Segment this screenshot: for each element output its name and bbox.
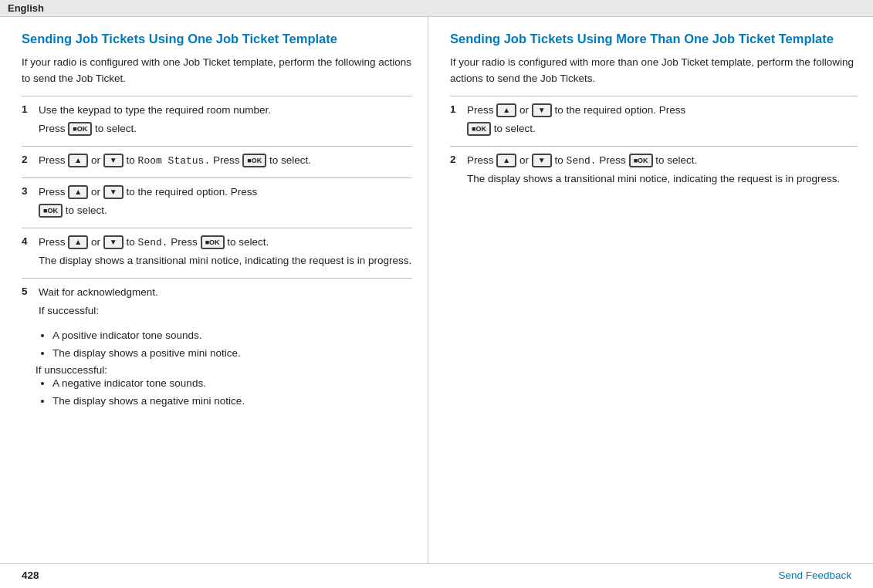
- step-3-or: or: [91, 186, 103, 198]
- step-5-block: 5 Wait for acknowledgment. If successful…: [22, 278, 412, 328]
- step-2-num: 2: [22, 153, 39, 171]
- down-button-icon-rs1: ▼: [532, 103, 552, 117]
- up-button-icon-s3: ▲: [68, 185, 88, 199]
- ok-button-icon-s4: ■OK: [201, 235, 225, 249]
- rs1-to-select: to select.: [494, 123, 536, 134]
- right-step-2-block: 2 Press ▲ or ▼ to Send. Press ■OK to sel…: [450, 146, 858, 196]
- step-2-to: to: [127, 154, 138, 166]
- step-3-line2: ■OK to select.: [39, 203, 412, 219]
- step-4-to-select: to select.: [227, 236, 269, 248]
- right-step-1-num: 1: [450, 103, 467, 140]
- left-column: Sending Job Tickets Using One Job Ticket…: [0, 17, 428, 563]
- unsuccessful-bullets: A negative indicator tone sounds. The di…: [52, 376, 412, 410]
- step-3-to-select: to select.: [66, 204, 107, 216]
- send-feedback-link[interactable]: Send Feedback: [778, 569, 851, 581]
- right-column: Sending Job Tickets Using More Than One …: [428, 17, 873, 563]
- language-label: English: [8, 2, 44, 14]
- bullet-positive-display: The display shows a positive mini notice…: [52, 346, 412, 361]
- unsuccessful-label: If unsuccessful:: [36, 364, 412, 376]
- ok-button-icon-s2: ■OK: [242, 154, 266, 167]
- step-2-line1: Press ▲ or ▼ to Room Status. Press ■OK t…: [39, 153, 412, 169]
- step-1-to-select: to select.: [95, 123, 137, 134]
- right-section-title: Sending Job Tickets Using More Than One …: [450, 31, 858, 47]
- step-5-body: Wait for acknowledgment. If successful:: [39, 285, 412, 322]
- down-button-icon-rs2: ▼: [532, 154, 552, 167]
- right-step-2-body: Press ▲ or ▼ to Send. Press ■OK to selec…: [467, 153, 858, 190]
- step-4-or: or: [91, 236, 103, 248]
- rs1-press: Press: [467, 104, 496, 116]
- right-step-2-line1: Press ▲ or ▼ to Send. Press ■OK to selec…: [467, 153, 858, 169]
- step-5-sub: If successful:: [39, 303, 412, 319]
- step-4-line1: Press ▲ or ▼ to Send. Press ■OK to selec…: [39, 235, 412, 251]
- step-1-num: 1: [22, 103, 39, 140]
- step-2-press: Press: [39, 154, 68, 166]
- left-section-title: Sending Job Tickets Using One Job Ticket…: [22, 31, 412, 47]
- left-intro: If your radio is configured with one Job…: [22, 55, 412, 86]
- step-2-or: or: [91, 154, 103, 166]
- page-footer: 428 Send Feedback: [0, 563, 873, 586]
- rs2-press2: Press: [599, 154, 628, 166]
- step-2-press2: Press: [213, 154, 242, 166]
- rs2-mono: Send.: [567, 155, 597, 167]
- step-1-line2: Press ■OK to select.: [39, 121, 412, 137]
- step-4-body: Press ▲ or ▼ to Send. Press ■OK to selec…: [39, 235, 412, 272]
- step-4-note: The display shows a transitional mini no…: [39, 253, 412, 269]
- step-1-press: Press: [39, 123, 68, 134]
- bullet-negative-tone: A negative indicator tone sounds.: [52, 376, 412, 391]
- ok-button-icon-rs2: ■OK: [629, 154, 653, 167]
- step-2-block: 2 Press ▲ or ▼ to Room Status. Press ■OK…: [22, 146, 412, 177]
- step-4-mono: Send.: [138, 237, 168, 248]
- rs1-or: or: [519, 104, 532, 116]
- down-button-icon-s3: ▼: [103, 185, 124, 199]
- rs1-to-req: to the required option. Press: [555, 104, 686, 116]
- successful-bullets: A positive indicator tone sounds. The di…: [52, 328, 412, 362]
- step-3-line1: Press ▲ or ▼ to the required option. Pre…: [39, 184, 412, 201]
- step-5-num: 5: [22, 285, 39, 322]
- down-button-icon-s2: ▼: [103, 154, 124, 167]
- up-button-icon-s4: ▲: [68, 235, 88, 249]
- step-3-num: 3: [22, 184, 39, 221]
- rs2-or: or: [519, 154, 532, 166]
- step-3-to-req: to the required option. Press: [127, 186, 258, 198]
- ok-button-icon-rs1: ■OK: [467, 122, 491, 136]
- step-1-body: Use the keypad to type the required room…: [39, 103, 412, 140]
- up-button-icon-s2: ▲: [68, 154, 88, 167]
- up-button-icon-rs2: ▲: [496, 154, 516, 167]
- step-4-press2: Press: [171, 236, 200, 248]
- down-button-icon-s4: ▼: [103, 235, 124, 249]
- bullet-negative-display: The display shows a negative mini notice…: [52, 394, 412, 409]
- step-1-block: 1 Use the keypad to type the required ro…: [22, 96, 412, 146]
- ok-button-icon-s3: ■OK: [39, 204, 63, 218]
- page-content: Sending Job Tickets Using One Job Ticket…: [0, 17, 873, 563]
- right-step-1-body: Press ▲ or ▼ to the required option. Pre…: [467, 103, 858, 140]
- rs2-to-select: to select.: [655, 154, 697, 166]
- step-3-press: Press: [39, 186, 68, 198]
- step-5-text: Wait for acknowledgment.: [39, 285, 412, 301]
- bullet-positive-tone: A positive indicator tone sounds.: [52, 328, 412, 343]
- right-intro: If your radio is configured with more th…: [450, 55, 858, 86]
- language-bar: English: [0, 0, 873, 17]
- step-2-body: Press ▲ or ▼ to Room Status. Press ■OK t…: [39, 153, 412, 171]
- step-4-press: Press: [39, 236, 68, 248]
- step-2-to-select: to select.: [269, 154, 311, 166]
- step-2-mono: Room Status.: [138, 155, 211, 167]
- step-4-to: to: [127, 236, 138, 248]
- step-3-body: Press ▲ or ▼ to the required option. Pre…: [39, 184, 412, 221]
- right-step-2-num: 2: [450, 153, 467, 190]
- rs2-press: Press: [467, 154, 496, 166]
- right-step-1-block: 1 Press ▲ or ▼ to the required option. P…: [450, 96, 858, 146]
- up-button-icon-rs1: ▲: [496, 103, 516, 117]
- step-3-block: 3 Press ▲ or ▼ to the required option. P…: [22, 177, 412, 228]
- step-4-num: 4: [22, 235, 39, 272]
- ok-button-icon-s1: ■OK: [68, 122, 92, 136]
- step-4-block: 4 Press ▲ or ▼ to Send. Press ■OK to sel…: [22, 228, 412, 278]
- step-1-line1: Use the keypad to type the required room…: [39, 103, 412, 119]
- right-step-1-line1: Press ▲ or ▼ to the required option. Pre…: [467, 103, 858, 119]
- rs2-to: to: [555, 154, 567, 166]
- right-step-1-line2: ■OK to select.: [467, 121, 858, 137]
- page-number: 428: [22, 569, 39, 581]
- right-step-2-note: The display shows a transitional mini no…: [467, 171, 858, 188]
